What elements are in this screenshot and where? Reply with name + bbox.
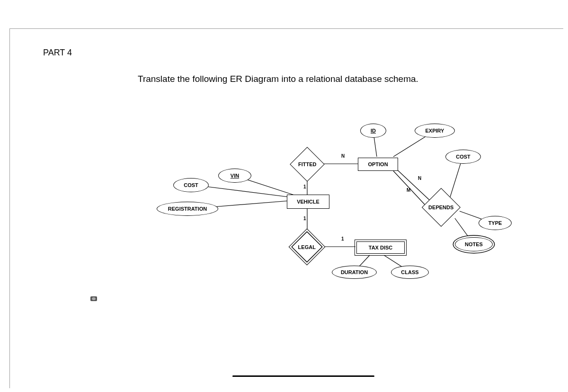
rel-depends: DEPENDS <box>422 188 461 227</box>
rel-legal-identifying: LEGAL <box>289 229 326 266</box>
card-legal-taxdisc: 1 <box>341 236 344 241</box>
card-fitted-option: N <box>341 153 345 159</box>
svg-line-9 <box>450 159 462 197</box>
attr-type: TYPE <box>479 216 512 230</box>
card-option-depends-m: M <box>407 187 410 193</box>
attr-vin: VIN <box>218 169 251 183</box>
er-diagram: 1 N M N 1 1 VIN COST REGISTRATION ID EXP… <box>128 105 497 275</box>
card-fitted-vehicle: 1 <box>303 184 306 189</box>
page-frame: PART 4 Translate the following ER Diagra… <box>9 28 563 388</box>
rel-fitted: FITTED <box>290 147 325 182</box>
attr-id: ID <box>360 124 386 138</box>
card-vehicle-legal: 1 <box>303 216 306 221</box>
attr-duration: DURATION <box>332 266 377 279</box>
part-title: PART 4 <box>43 48 72 58</box>
attr-class: CLASS <box>391 266 429 279</box>
svg-line-7 <box>393 166 431 202</box>
image-placeholder-icon <box>90 296 97 301</box>
entity-option: OPTION <box>358 158 398 171</box>
entity-vehicle: VEHICLE <box>287 195 329 209</box>
attr-registration: REGISTRATION <box>157 202 218 216</box>
attr-expiry: EXPIRY <box>415 124 455 138</box>
card-option-depends-n: N <box>418 176 421 181</box>
attr-cost-vehicle: COST <box>173 178 209 192</box>
question-prompt: Translate the following ER Diagram into … <box>138 74 418 84</box>
entity-tax-disc-weak: TAX DISC <box>355 240 407 256</box>
footer-divider <box>232 375 374 377</box>
attr-notes-multivalued: NOTES <box>455 237 493 251</box>
content-frame: PART 4 Translate the following ER Diagra… <box>43 48 554 379</box>
attr-cost-depends: COST <box>445 150 481 164</box>
